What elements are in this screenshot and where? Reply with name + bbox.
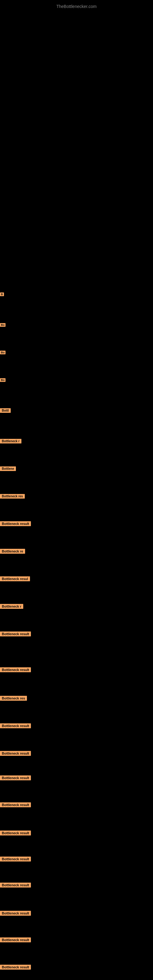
bottleneck-result-row: Bo bbox=[0, 349, 5, 355]
bottleneck-result-row: Bottleneck result bbox=[0, 667, 31, 672]
bottleneck-result-label: Bottleneck result bbox=[0, 830, 31, 835]
bottleneck-result-label: Bottleneck resul bbox=[0, 576, 30, 581]
bottleneck-result-label: Bottleneck r bbox=[0, 439, 21, 444]
bottleneck-result-row: Bo bbox=[0, 377, 5, 382]
bottleneck-result-row: Bottleneck result bbox=[0, 802, 31, 807]
bottleneck-result-row: Bottleneck result bbox=[0, 882, 31, 888]
bottleneck-result-row: Bottleneck res bbox=[0, 493, 25, 499]
bottleneck-result-label: Bo bbox=[0, 323, 5, 327]
bottleneck-result-row: Bottleneck result bbox=[0, 856, 31, 861]
bottleneck-result-row: Bottleneck r bbox=[0, 603, 23, 609]
bottleneck-result-row: Bottl bbox=[0, 407, 11, 413]
bottleneck-result-row: Bottleneck r bbox=[0, 438, 21, 444]
bottleneck-result-label: Bottleneck r bbox=[0, 604, 23, 609]
bottleneck-result-label: Bottleneck result bbox=[0, 751, 31, 756]
bottleneck-result-row: Bottleneck result bbox=[0, 750, 31, 756]
bottleneck-result-label: Bottl bbox=[0, 408, 11, 413]
bottleneck-result-row: Bottleneck res bbox=[0, 695, 27, 701]
bottleneck-result-row: Bottleneck result bbox=[0, 964, 31, 970]
bottleneck-result-row: Bottleneck result bbox=[0, 937, 31, 942]
bottleneck-result-label: Bottleneck result bbox=[0, 937, 31, 942]
bottleneck-result-row: Bottleneck result bbox=[0, 631, 31, 636]
bottleneck-result-row: Bottleneck result bbox=[0, 910, 31, 916]
bottleneck-result-label: Bottleneck result bbox=[0, 632, 31, 636]
bottleneck-result-label: Bottleneck result bbox=[0, 802, 31, 807]
bottleneck-result-row: Bo bbox=[0, 321, 5, 327]
bottleneck-result-label: Bottleneck res bbox=[0, 696, 27, 701]
bottleneck-result-row: Bottleneck result bbox=[0, 723, 31, 728]
bottleneck-result-label: Bottleneck re bbox=[0, 549, 25, 554]
site-title: TheBottlenecker.com bbox=[0, 2, 153, 11]
bottleneck-result-row: Bottleneck result bbox=[0, 775, 31, 780]
bottleneck-result-label: B bbox=[0, 293, 4, 296]
bottleneck-result-row: Bottlene bbox=[0, 466, 16, 471]
bottleneck-result-label: Bottleneck result bbox=[0, 521, 31, 526]
bottleneck-result-label: Bottleneck result bbox=[0, 857, 31, 861]
bottleneck-result-label: Bottleneck result bbox=[0, 667, 31, 672]
bottleneck-result-row: B bbox=[0, 291, 4, 296]
bottleneck-result-row: Bottleneck result bbox=[0, 520, 31, 526]
bottleneck-result-label: Bottleneck result bbox=[0, 723, 31, 728]
bottleneck-result-label: Bottleneck result bbox=[0, 911, 31, 916]
bottleneck-result-label: Bottlene bbox=[0, 466, 16, 471]
bottleneck-result-label: Bottleneck result bbox=[0, 965, 31, 970]
bottleneck-result-row: Bottleneck result bbox=[0, 830, 31, 835]
bottleneck-result-label: Bo bbox=[0, 351, 5, 354]
bottleneck-result-row: Bottleneck resul bbox=[0, 576, 30, 581]
bottleneck-result-label: Bottleneck result bbox=[0, 775, 31, 780]
bottleneck-result-row: Bottleneck re bbox=[0, 548, 25, 554]
bottleneck-result-label: Bo bbox=[0, 378, 5, 382]
bottleneck-result-label: Bottleneck res bbox=[0, 494, 25, 499]
bottleneck-result-label: Bottleneck result bbox=[0, 883, 31, 888]
